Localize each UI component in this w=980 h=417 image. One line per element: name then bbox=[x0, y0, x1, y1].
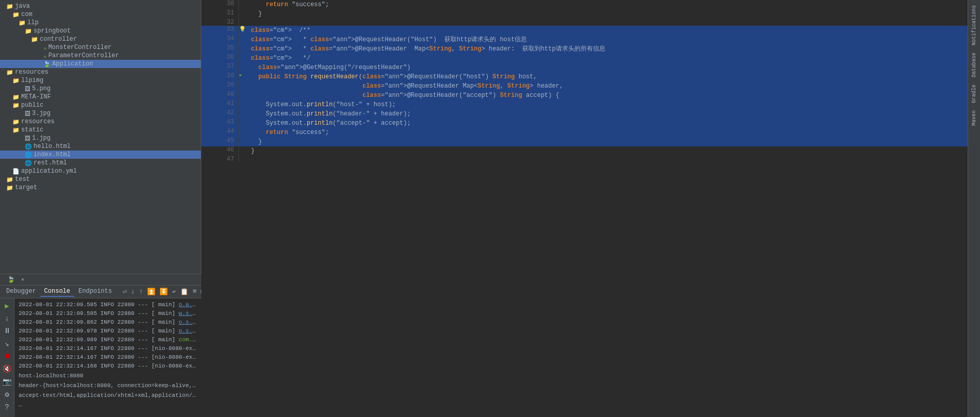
line-content-44[interactable]: return "success"; bbox=[249, 128, 967, 137]
settings2-icon[interactable]: ⚙ bbox=[4, 389, 10, 400]
camera-icon[interactable]: 📷 bbox=[2, 376, 12, 387]
tree-label-llp: llp bbox=[27, 19, 39, 26]
tree-label-springboot: springboot bbox=[34, 27, 71, 35]
line-content-31[interactable]: } bbox=[249, 9, 967, 19]
step-into-icon[interactable]: ↘ bbox=[4, 338, 10, 349]
right-panel-database[interactable]: Database bbox=[970, 49, 978, 80]
tree-item-1jpg[interactable]: 🖼1.jpg bbox=[0, 134, 201, 142]
tree-item-MonsterController[interactable]: ☕MonsterController bbox=[0, 43, 201, 52]
line-content-42[interactable]: System.out.println("header-" + header); bbox=[249, 109, 967, 119]
line-content-41[interactable]: System.out.println("host-" + host); bbox=[249, 100, 967, 109]
tree-item-public[interactable]: 📁public bbox=[0, 101, 201, 109]
folder-icon: 📁 bbox=[6, 176, 13, 183]
tree-item-hello_html[interactable]: 🌐hello.html bbox=[0, 142, 201, 151]
folder-icon: 📁 bbox=[12, 77, 20, 84]
tree-item-rest_html[interactable]: 🌐rest.html bbox=[0, 159, 201, 167]
toolbar-icon-1[interactable]: ⏎ bbox=[121, 287, 128, 296]
tree-item-test[interactable]: 📁test bbox=[0, 175, 201, 184]
tree-item-target[interactable]: 📁target bbox=[0, 184, 201, 192]
line-content-34[interactable]: class="cm"> * class="ann">@RequestHeader… bbox=[249, 35, 967, 44]
line-content-36[interactable]: class="cm"> */ bbox=[249, 54, 967, 63]
toolbar-icon-2[interactable]: ↓ bbox=[130, 287, 137, 296]
tree-item-index_html[interactable]: 🌐index.html bbox=[0, 151, 201, 159]
tree-item-5png[interactable]: 🖼5.png bbox=[0, 85, 201, 93]
tree-label-META-INF: META-INF bbox=[21, 93, 51, 101]
tree-item-controller[interactable]: 📁controller bbox=[0, 35, 201, 43]
line-content-39[interactable]: class="ann">@RequestHeader Map<String, S… bbox=[249, 81, 967, 91]
line-content-32[interactable] bbox=[249, 19, 967, 26]
tree-item-llpimg[interactable]: 📁llpimg bbox=[0, 76, 201, 85]
toolbar-icon-6[interactable]: ↶ bbox=[170, 287, 178, 296]
pause-icon[interactable]: ⏸ bbox=[3, 326, 12, 336]
mute-icon[interactable]: 🔇 bbox=[2, 363, 12, 374]
line-number-46: 46 bbox=[201, 146, 238, 156]
line-gutter-39 bbox=[238, 81, 249, 91]
console-extra-line: host-localhost:8080 bbox=[19, 372, 197, 380]
tree-item-springboot[interactable]: 📁springboot bbox=[0, 27, 201, 35]
tree-item-java[interactable]: 📁java bbox=[0, 2, 201, 10]
stop-icon[interactable]: ⏹ bbox=[3, 351, 12, 361]
tree-item-resources2[interactable]: 📁resources bbox=[0, 118, 201, 126]
line-number-32: 32 bbox=[201, 19, 238, 26]
right-strip: NotificationsDatabaseGradleMaven bbox=[968, 0, 980, 417]
tree-label-java: java bbox=[15, 3, 30, 10]
debug-tab-close[interactable]: ✕ bbox=[21, 276, 24, 282]
line-number-42: 42 bbox=[201, 109, 238, 119]
line-content-46[interactable]: } bbox=[249, 146, 967, 156]
line-number-31: 31 bbox=[201, 9, 238, 19]
tab-debugger[interactable]: Debugger bbox=[2, 287, 40, 297]
toolbar-icon-5[interactable]: ⏬ bbox=[158, 287, 169, 296]
tab-console[interactable]: Console bbox=[40, 287, 74, 297]
toolbar-icon-7[interactable]: 📋 bbox=[179, 287, 190, 296]
line-content-45[interactable]: } bbox=[249, 137, 967, 146]
right-panel-notifications[interactable]: Notifications bbox=[970, 2, 978, 48]
step-over-icon[interactable]: ↓ bbox=[4, 313, 10, 324]
tab-endpoints[interactable]: Endpoints bbox=[74, 287, 116, 297]
tree-item-ParameterController[interactable]: ☕ParameterController bbox=[0, 52, 201, 60]
line-content-38[interactable]: public String requestHeader(class="ann">… bbox=[249, 72, 967, 81]
tree-item-resources[interactable]: 📁resources bbox=[0, 68, 201, 76]
line-content-35[interactable]: class="cm"> * class="ann">@RequestHeader… bbox=[249, 44, 967, 54]
line-content-40[interactable]: class="ann">@RequestHeader("accept") Str… bbox=[249, 91, 967, 100]
left-panel: 📁java📁com📁llp📁springboot📁controller☕Mons… bbox=[0, 0, 201, 417]
tree-item-3jpg[interactable]: 🖼3.jpg bbox=[0, 109, 201, 118]
line-number-44: 44 bbox=[201, 128, 238, 137]
line-gutter-30 bbox=[238, 0, 249, 9]
code-editor[interactable]: 30 return "success";31 }3233💡class="cm">… bbox=[201, 0, 968, 417]
tree-item-static[interactable]: 📁static bbox=[0, 126, 201, 134]
line-gutter-41 bbox=[238, 100, 249, 109]
toolbar-icon-3[interactable]: ↑ bbox=[137, 287, 144, 296]
folder-icon: 📁 bbox=[19, 20, 26, 26]
console-cursor[interactable]: _ bbox=[19, 400, 197, 409]
tree-item-llp[interactable]: 📁llp bbox=[0, 19, 201, 27]
java-icon: ☕ bbox=[43, 53, 47, 59]
tree-item-Application[interactable]: 🍃Application bbox=[0, 60, 201, 68]
html-icon: 🌐 bbox=[25, 143, 32, 150]
line-number-34: 34 bbox=[201, 35, 238, 44]
tree-item-application_yaml[interactable]: 📄application.yml bbox=[0, 167, 201, 175]
line-content-37[interactable]: class="ann">@GetMapping("/requestHeader"… bbox=[249, 63, 967, 72]
folder-icon: 📁 bbox=[12, 119, 20, 125]
run-icon[interactable]: ▶ bbox=[4, 301, 10, 311]
line-content-43[interactable]: System.out.println("accept-" + accept); bbox=[249, 119, 967, 128]
line-number-35: 35 bbox=[201, 44, 238, 54]
toolbar-icon-4[interactable]: ⏫ bbox=[146, 287, 157, 296]
line-content-33[interactable]: class="cm"> /** bbox=[249, 26, 967, 35]
code-line-34: 34class="cm"> * class="ann">@RequestHead… bbox=[201, 35, 968, 44]
line-content-47[interactable] bbox=[249, 156, 967, 163]
folder-icon: 📁 bbox=[6, 69, 13, 76]
tree-item-META-INF[interactable]: 📁META-INF bbox=[0, 93, 201, 101]
arrow-icon: ➤ bbox=[239, 73, 243, 79]
code-line-47: 47 bbox=[201, 156, 968, 163]
toolbar-icon-8[interactable]: ≡ bbox=[191, 287, 198, 296]
tree-item-com[interactable]: 📁com bbox=[0, 10, 201, 19]
help-icon[interactable]: ? bbox=[4, 402, 10, 412]
console-output: 2022-08-01 22:32:09.585 INFO 22880 --- [… bbox=[14, 298, 201, 417]
folder-icon: 📁 bbox=[6, 3, 13, 10]
line-content-30[interactable]: return "success"; bbox=[249, 0, 967, 9]
file-tree-content: 📁java📁com📁llp📁springboot📁controller☕Mons… bbox=[0, 0, 201, 274]
right-panel-gradle[interactable]: Gradle bbox=[970, 81, 978, 106]
line-gutter-38: ➤ bbox=[238, 72, 249, 81]
right-panel-maven[interactable]: Maven bbox=[970, 107, 978, 129]
code-table: 30 return "success";31 }3233💡class="cm">… bbox=[201, 0, 968, 163]
